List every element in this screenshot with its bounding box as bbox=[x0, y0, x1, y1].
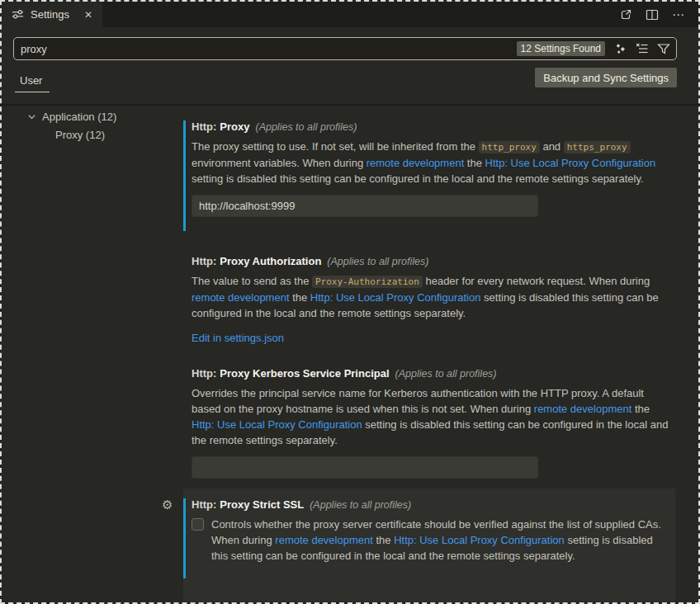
setting-scope: (Applies to all profiles) bbox=[255, 121, 357, 133]
more-actions-icon[interactable]: ⋯ bbox=[672, 7, 685, 22]
setting-title: Http:Proxy Strict SSL(Applies to all pro… bbox=[192, 498, 662, 511]
tab-title: Settings bbox=[31, 8, 69, 21]
chevron-down-icon bbox=[27, 112, 36, 121]
code-span: http_proxy bbox=[479, 141, 540, 153]
setting-description: Overrides the principal service name for… bbox=[192, 385, 674, 448]
tab-user[interactable]: User bbox=[20, 74, 42, 87]
settings-search-box: 12 Settings Found bbox=[13, 37, 677, 60]
setting-title: Http:Proxy Kerberos Service Principal(Ap… bbox=[192, 367, 677, 380]
modified-indicator-bar bbox=[183, 120, 186, 231]
setting-scope: (Applies to all profiles) bbox=[327, 256, 428, 267]
setting-scope: (Applies to all profiles) bbox=[395, 368, 497, 380]
setting-row-http-proxy: Http:Proxy(Applies to all profiles) The … bbox=[183, 116, 677, 217]
settings-editor-window: Settings ✕ ⋯ 12 Settings Found bbox=[0, 0, 700, 604]
settings-count-badge: 12 Settings Found bbox=[517, 41, 605, 56]
gear-icon[interactable]: ⚙ bbox=[162, 498, 173, 512]
search-sparkle-icon[interactable] bbox=[612, 43, 630, 55]
setting-description: The proxy setting to use. If not set, wi… bbox=[192, 139, 674, 186]
edit-in-settings-json-link[interactable]: Edit in settings.json bbox=[192, 332, 284, 344]
checkbox-row: Controls whether the proxy server certif… bbox=[192, 517, 662, 564]
setting-scope: (Applies to all profiles) bbox=[310, 499, 411, 511]
setting-category: Http: bbox=[192, 367, 216, 380]
setting-hover-block: Http:Proxy Strict SSL(Applies to all pro… bbox=[183, 488, 675, 602]
setting-name: Proxy Authorization bbox=[220, 255, 321, 267]
http-proxy-value-input[interactable] bbox=[192, 195, 538, 217]
open-settings-json-icon[interactable] bbox=[619, 8, 632, 21]
settings-sliders-icon bbox=[12, 8, 24, 21]
setting-category: Http: bbox=[192, 498, 216, 511]
setting-description: Controls whether the proxy server certif… bbox=[211, 517, 661, 564]
description-link[interactable]: Http: Use Local Proxy Configuration bbox=[192, 418, 362, 431]
tab-settings[interactable]: Settings ✕ bbox=[2, 2, 102, 27]
description-link[interactable]: remote development bbox=[192, 291, 290, 304]
setting-name: Proxy Strict SSL bbox=[220, 498, 304, 511]
close-icon[interactable]: ✕ bbox=[84, 9, 92, 21]
setting-name: Proxy Kerberos Service Principal bbox=[220, 367, 389, 380]
clear-search-icon[interactable] bbox=[633, 42, 651, 55]
user-tab-active-underline bbox=[15, 92, 50, 92]
description-link[interactable]: Http: Use Local Proxy Configuration bbox=[394, 534, 565, 546]
editor-tab-bar: Settings ✕ ⋯ bbox=[2, 2, 698, 27]
settings-search-input[interactable] bbox=[14, 43, 517, 55]
description-link[interactable]: Http: Use Local Proxy Configuration bbox=[310, 291, 481, 304]
modified-indicator-bar bbox=[183, 498, 186, 578]
setting-row-proxy-kerberos: Http:Proxy Kerberos Service Principal(Ap… bbox=[183, 362, 677, 479]
backup-sync-button[interactable]: Backup and Sync Settings bbox=[535, 68, 677, 87]
setting-category: Http: bbox=[192, 120, 216, 133]
description-link[interactable]: Http: Use Local Proxy Configuration bbox=[485, 157, 656, 169]
split-editor-icon[interactable] bbox=[646, 8, 659, 21]
header-divider bbox=[0, 104, 700, 106]
setting-name: Proxy bbox=[220, 120, 249, 133]
setting-row-proxy-strict-ssl: ⚙ Http:Proxy Strict SSL(Applies to all p… bbox=[162, 488, 675, 604]
code-span: Proxy-Authorization bbox=[312, 276, 423, 288]
setting-row-proxy-authorization: Http:Proxy Authorization(Applies to all … bbox=[183, 250, 677, 345]
toc-item-label: Application (12) bbox=[42, 111, 116, 123]
toc-item-proxy[interactable]: Proxy (12) bbox=[55, 129, 105, 141]
toc-item-label: Proxy (12) bbox=[55, 129, 105, 141]
code-span: https_proxy bbox=[564, 141, 631, 153]
editor-actions: ⋯ bbox=[619, 2, 698, 27]
setting-category: Http: bbox=[192, 255, 216, 267]
strict-ssl-checkbox[interactable] bbox=[192, 518, 204, 531]
proxy-kerberos-value-input[interactable] bbox=[192, 456, 538, 479]
filter-settings-icon[interactable] bbox=[655, 42, 673, 55]
description-link[interactable]: remote development bbox=[275, 534, 373, 546]
description-link[interactable]: remote development bbox=[534, 403, 632, 415]
toc-item-application[interactable]: Application (12) bbox=[27, 111, 116, 123]
setting-title: Http:Proxy Authorization(Applies to all … bbox=[192, 255, 677, 267]
setting-description: The value to send as the Proxy-Authoriza… bbox=[192, 273, 674, 321]
description-link[interactable]: remote development bbox=[367, 157, 465, 169]
setting-title: Http:Proxy(Applies to all profiles) bbox=[192, 120, 677, 133]
